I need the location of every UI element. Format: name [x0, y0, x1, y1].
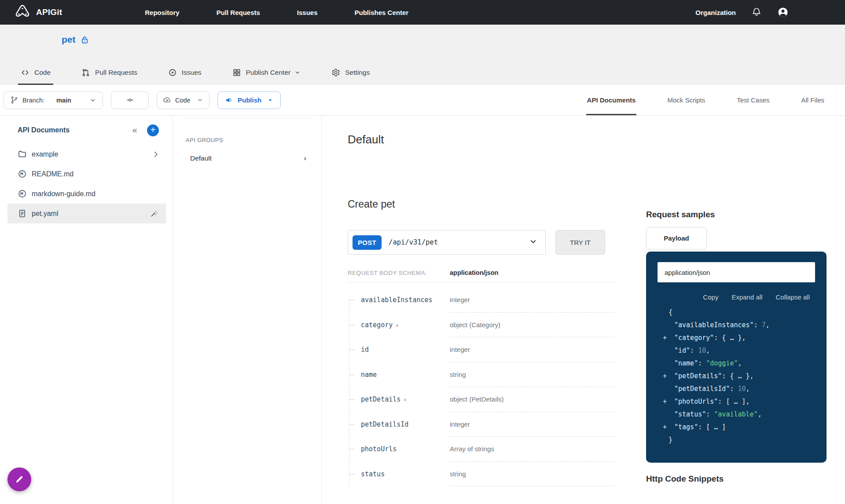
code-action-copy[interactable]: Copy — [703, 293, 718, 301]
branch-selector[interactable]: Branch: main — [4, 91, 103, 109]
cloud-download-icon — [163, 96, 171, 104]
field-name: status — [348, 462, 450, 487]
file-sidebar: API Documents « + exampleREADME.mdmarkdo… — [0, 116, 173, 504]
nav-link-publishes-center[interactable]: Publishes Center — [355, 9, 409, 16]
expand-node-icon[interactable]: + — [663, 421, 667, 434]
repo-tab-label: Code — [34, 69, 51, 77]
code-line-8: "status": "available", — [658, 408, 815, 421]
code-download-button[interactable]: Code — [157, 91, 209, 109]
request-sample-panel: application/json CopyExpand allCollapse … — [646, 252, 827, 463]
pull-request-icon — [81, 68, 90, 77]
repo-tab-settings[interactable]: Settings — [329, 61, 372, 85]
view-tab-api-documents[interactable]: API Documents — [586, 85, 637, 115]
markdown-icon — [18, 189, 27, 198]
caret-down-icon — [267, 97, 273, 103]
code-line-1: "availableInstances": 7, — [658, 319, 815, 332]
request-samples-column: Request samples Payload application/json… — [646, 198, 827, 486]
schema-field-photoUrls: photoUrlsArray of strings — [348, 437, 614, 462]
expand-node-icon[interactable]: + — [663, 370, 667, 383]
file-item-label: README.md — [32, 170, 73, 178]
apigit-logo-icon — [13, 4, 32, 21]
view-tab-all-files[interactable]: All Files — [800, 85, 825, 115]
chevron-right-icon[interactable] — [152, 150, 158, 158]
code-line-10: } — [658, 434, 815, 446]
file-list: exampleREADME.mdmarkdown-guide.mdpet.yam… — [0, 144, 173, 223]
code-line-5: +"petDetails": { … }, — [658, 370, 815, 383]
payload-tab[interactable]: Payload — [646, 227, 707, 249]
repo-tabs: CodePull RequestsIssuesPublish CenterSet… — [18, 61, 372, 85]
repo-tab-label: Issues — [182, 69, 202, 77]
group-item-label: Default — [190, 154, 212, 162]
endpoint-selector[interactable]: POST /api/v31/pet — [348, 230, 546, 255]
expand-field-icon[interactable]: › — [395, 322, 399, 329]
file-item-label: markdown-guide.md — [32, 190, 96, 198]
try-it-button[interactable]: TRY IT — [555, 230, 605, 255]
repo-title[interactable]: pet — [62, 34, 76, 45]
repo-tab-label: Publish Center — [246, 69, 291, 77]
request-body-schema-label: REQUEST BODY SCHEMA: — [348, 270, 450, 276]
field-type: object (Category) — [450, 313, 614, 338]
repo-tab-code[interactable]: Code — [18, 61, 53, 85]
file-item-example[interactable]: example — [7, 144, 166, 164]
brand[interactable]: APIGit — [0, 4, 62, 21]
repo-tab-publish-center[interactable]: Publish Center — [230, 61, 304, 85]
file-item-markdown-guide-md[interactable]: markdown-guide.md — [7, 184, 166, 204]
nav-link-pull-requests[interactable]: Pull Requests — [217, 9, 260, 16]
api-group-item-default[interactable]: Default› — [173, 143, 321, 163]
schema-field-petDetailsId: petDetailsIdinteger — [348, 412, 614, 437]
expand-node-icon[interactable]: + — [663, 395, 667, 408]
collapse-sidebar-icon[interactable]: « — [132, 125, 137, 135]
content-type-select[interactable]: application/json — [658, 262, 815, 282]
publish-button[interactable]: Publish — [217, 91, 281, 109]
chevron-down-icon — [529, 237, 537, 248]
view-tab-test-cases[interactable]: Test Cases — [736, 85, 770, 115]
field-type: integer — [450, 412, 614, 437]
field-type: integer — [450, 337, 614, 362]
field-name: petDetails› — [348, 387, 450, 412]
schema-field-category: category›object (Category) — [348, 313, 614, 338]
markdown-icon — [18, 169, 27, 179]
code-action-collapse-all[interactable]: Collapse all — [775, 293, 810, 301]
field-name: availableInstances — [348, 288, 450, 313]
nav-link-organization[interactable]: Organization — [695, 9, 736, 16]
branch-label: Branch: — [22, 97, 44, 104]
nav-link-repository[interactable]: Repository — [145, 9, 179, 16]
file-item-readme-md[interactable]: README.md — [7, 164, 166, 184]
request-body-schema-type[interactable]: application/json — [450, 269, 614, 276]
chevron-down-icon — [89, 97, 96, 104]
field-name: category› — [348, 313, 450, 338]
brand-name: APIGit — [36, 7, 62, 17]
code-action-expand-all[interactable]: Expand all — [731, 293, 762, 301]
expand-field-icon[interactable]: › — [403, 396, 407, 403]
toolbar: Branch: main Code Publish API DocumentsM… — [0, 85, 845, 116]
schema-field-petDetails: petDetails›object (PetDetails) — [348, 387, 614, 412]
field-type: Array of strings — [450, 437, 614, 462]
endpoint-path: /api/v31/pet — [389, 238, 438, 246]
edit-fab-button[interactable] — [7, 467, 31, 491]
code-line-9: +"tags": [ … ] — [658, 421, 815, 434]
notifications-bell-icon[interactable] — [751, 7, 762, 18]
user-avatar[interactable] — [777, 7, 789, 18]
main-content: Default Create pet POST /api/v31/pet TRY… — [322, 116, 845, 504]
expand-node-icon[interactable]: + — [663, 332, 667, 344]
publish-button-label: Publish — [238, 96, 261, 104]
repo-tab-pull-requests[interactable]: Pull Requests — [79, 61, 140, 85]
branch-value: main — [56, 97, 71, 104]
commits-button[interactable] — [111, 91, 149, 109]
file-item-pet-yaml[interactable]: pet.yaml — [7, 204, 166, 223]
field-type: string — [450, 462, 614, 487]
nav-link-issues[interactable]: Issues — [297, 9, 318, 16]
megaphone-icon — [225, 96, 233, 104]
code-line-4: "name": "doggie", — [658, 357, 815, 370]
field-name: petDetailsId — [348, 412, 450, 437]
repo-tab-label: Pull Requests — [95, 69, 137, 77]
schema-field-availableInstances: availableInstancesinteger — [348, 288, 614, 313]
private-lock-icon — [80, 35, 89, 44]
view-tab-mock-scripts[interactable]: Mock Scripts — [666, 85, 706, 115]
field-type: object (PetDetails) — [450, 387, 614, 412]
repo-tab-issues[interactable]: Issues — [165, 61, 204, 85]
magic-wand-icon[interactable] — [150, 210, 158, 218]
add-file-button[interactable]: + — [147, 124, 159, 136]
schema-field-id: idinteger — [348, 337, 614, 362]
file-item-label: example — [32, 150, 58, 158]
